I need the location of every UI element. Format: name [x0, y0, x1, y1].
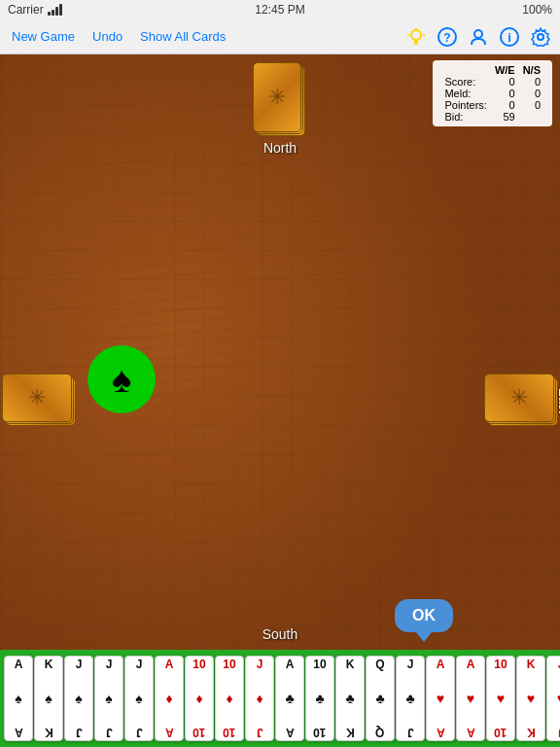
east-label: East — [555, 388, 560, 413]
hand-card-10[interactable]: 10 ♣ 10 — [305, 656, 334, 741]
signal-icon — [48, 4, 62, 16]
hand-card-14[interactable]: A ♥ A — [426, 656, 455, 741]
card-suit-middle: ♠ — [105, 692, 112, 705]
card-rank-bottom: 10 — [223, 727, 235, 738]
bid-label: Bid: — [440, 111, 490, 123]
toolbar-left: New Game Undo Show All Cards — [8, 27, 404, 46]
deck-asterisk: ✳ — [268, 85, 286, 110]
hand-card-3[interactable]: J ♠ J — [94, 656, 123, 741]
hand-card-4[interactable]: J ♠ J — [124, 656, 154, 741]
hand-card-12[interactable]: Q ♣ Q — [366, 656, 395, 741]
score-panel: W/E N/S Score: 0 0 Meld: 0 0 Pointers: 0… — [433, 60, 552, 126]
east-deck-visual: ✳ — [484, 374, 558, 428]
person-icon[interactable] — [467, 25, 490, 49]
hand-card-13[interactable]: J ♣ J — [396, 656, 425, 741]
card-rank-bottom: K — [45, 727, 53, 738]
hand-card-1[interactable]: K ♠ K — [34, 656, 63, 741]
player-hand: A ♠ A K ♠ K J ♠ J J ♠ J J ♠ J A ♦ A 10 ♦… — [0, 650, 560, 747]
score-ns-value: 0 — [519, 76, 544, 88]
clock: 12:45 PM — [255, 3, 304, 17]
hand-card-15[interactable]: A ♥ A — [456, 656, 485, 741]
card-rank-top: K — [346, 658, 355, 670]
card-suit-middle: ♠ — [135, 692, 142, 705]
hand-card-17[interactable]: K ♥ K — [516, 656, 545, 741]
card-rank-top: J — [76, 658, 83, 670]
trump-spade-icon: ♠ — [112, 359, 131, 401]
card-rank-top: J — [257, 658, 263, 670]
svg-text:i: i — [508, 30, 511, 45]
card-rank-bottom: J — [407, 727, 414, 738]
card-rank-bottom: Q — [375, 727, 384, 738]
trump-spade-bubble: ♠ — [88, 345, 156, 413]
card-suit-middle: ♥ — [527, 692, 535, 705]
east-deck: ✳ East — [484, 374, 558, 428]
lightbulb-icon[interactable] — [404, 25, 428, 49]
ok-button[interactable]: OK — [395, 599, 453, 632]
north-deck-visual: ✳ — [253, 62, 307, 136]
hand-card-2[interactable]: J ♠ J — [64, 656, 93, 741]
card-rank-bottom: K — [346, 727, 355, 738]
card-rank-bottom: A — [467, 727, 475, 738]
ok-bubble-label[interactable]: OK — [395, 599, 453, 632]
hand-card-0[interactable]: A ♠ A — [4, 656, 33, 741]
hand-card-18[interactable]: J ♥ J — [546, 656, 560, 741]
carrier-signal: Carrier — [8, 3, 62, 17]
hand-card-5[interactable]: A ♦ A — [155, 656, 184, 741]
bid-ns-value — [519, 111, 544, 123]
card-rank-bottom: 10 — [494, 727, 507, 738]
hand-card-7[interactable]: 10 ♦ 10 — [215, 656, 244, 741]
settings-icon[interactable] — [529, 25, 552, 49]
card-rank-bottom: A — [437, 727, 445, 738]
pointers-we-value: 0 — [491, 99, 519, 111]
card-rank-top: 10 — [494, 658, 507, 670]
card-rank-top: J — [407, 658, 414, 670]
west-deck: ✳ — [2, 374, 76, 428]
score-ns-header: N/S — [519, 64, 544, 76]
card-rank-top: Q — [375, 658, 384, 670]
south-label: South — [262, 626, 298, 642]
card-rank-bottom: A — [15, 727, 23, 738]
game-board: W/E N/S Score: 0 0 Meld: 0 0 Pointers: 0… — [0, 54, 560, 747]
card-suit-middle: ♦ — [226, 692, 232, 705]
card-rank-bottom: J — [106, 727, 113, 738]
card-rank-bottom: 10 — [313, 727, 326, 738]
trump-indicator: ♠ — [88, 345, 156, 413]
status-bar: Carrier 12:45 PM 100% — [0, 0, 560, 19]
hand-card-11[interactable]: K ♣ K — [335, 656, 365, 741]
svg-point-10 — [538, 34, 543, 40]
hand-card-9[interactable]: A ♣ A — [275, 656, 304, 741]
card-rank-top: A — [15, 658, 23, 670]
card-rank-top: J — [136, 658, 143, 670]
deck-asterisk-e: ✳ — [510, 385, 528, 410]
card-rank-top: A — [437, 658, 445, 670]
svg-rect-1 — [414, 40, 418, 45]
toolbar-right: ? i — [404, 25, 552, 49]
card-rank-bottom: A — [286, 727, 295, 738]
hand-card-16[interactable]: 10 ♥ 10 — [486, 656, 515, 741]
hand-card-8[interactable]: J ♦ J — [245, 656, 274, 741]
deck-asterisk-w: ✳ — [28, 385, 46, 410]
battery-label: 100% — [522, 3, 552, 17]
hand-card-6[interactable]: 10 ♦ 10 — [185, 656, 214, 741]
card-rank-top: A — [467, 658, 475, 670]
undo-button[interactable]: Undo — [88, 27, 126, 46]
help-icon[interactable]: ? — [436, 25, 459, 49]
north-label: North — [263, 140, 297, 156]
new-game-button[interactable]: New Game — [8, 27, 79, 46]
card-rank-bottom: J — [136, 727, 143, 738]
card-suit-middle: ♣ — [345, 692, 354, 705]
card-rank-bottom: J — [76, 727, 83, 738]
bid-we-value: 59 — [491, 111, 519, 123]
show-all-cards-button[interactable]: Show All Cards — [136, 27, 229, 46]
pointers-ns-value: 0 — [519, 99, 544, 111]
svg-text:?: ? — [443, 31, 450, 45]
score-label: Score: — [440, 76, 490, 88]
card-suit-middle: ♥ — [467, 692, 474, 705]
info-icon[interactable]: i — [498, 25, 521, 49]
card-suit-middle: ♣ — [285, 692, 294, 705]
meld-label: Meld: — [440, 88, 490, 99]
west-deck-visual: ✳ — [2, 374, 76, 428]
card-suit-middle: ♥ — [437, 692, 444, 705]
svg-point-0 — [411, 30, 421, 40]
meld-we-value: 0 — [491, 88, 519, 99]
